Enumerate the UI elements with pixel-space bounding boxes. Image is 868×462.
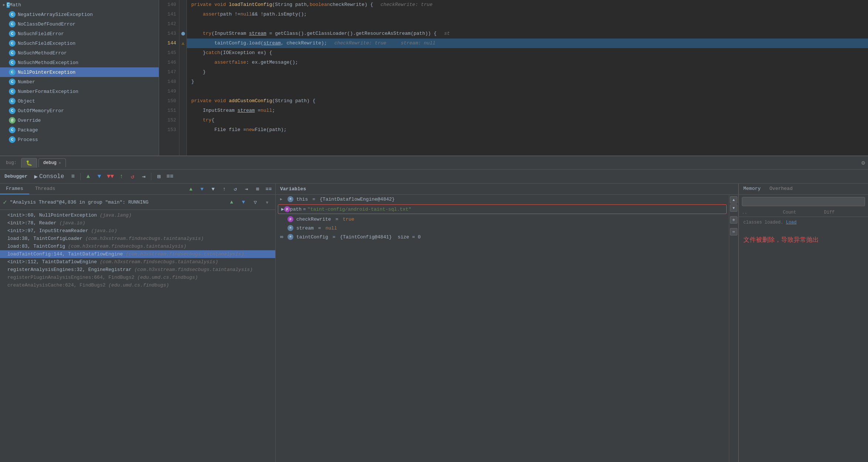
filter-btn[interactable]: ▽ [250,197,260,207]
sidebar-item-nosuchmethodex[interactable]: C NoSuchMethodException [0,58,159,67]
load-link[interactable]: Load [786,220,797,225]
code-line-147: } [187,67,868,77]
thread-dump-btn[interactable]: ≡ [68,171,78,182]
grid-btn[interactable]: ⊞ [252,184,263,194]
overhead-tab[interactable]: Overhead [765,184,797,194]
step-down-2-btn[interactable]: ▼ [208,184,218,194]
frame-item-3[interactable]: load:38, TaintConfigLoader (com.h3xstrea… [0,235,275,242]
step-up-btn[interactable]: ↑ [219,184,229,194]
console-btn[interactable]: ▶ Console [31,171,67,182]
sidebar-item-override[interactable]: @ Override [0,116,159,125]
sidebar-item-object[interactable]: C Object [0,96,159,106]
step-down-btn[interactable]: ▼ [197,184,207,194]
infinity-btn[interactable]: ∞ [730,228,737,235]
scroll-down-btn[interactable]: ▼ [730,204,737,212]
step-into-btn[interactable]: ↺ [127,171,138,182]
scroll-up-btn[interactable]: ▲ [730,196,737,204]
debug-tab-label: debug [43,160,57,165]
force-step-btn[interactable]: ⇥ [138,171,149,182]
sidebar-label: OutOfMemoryError [18,108,64,114]
gutter-slot-140 [179,0,186,10]
frame-item-1[interactable]: <init>:78, Reader (java.io) [0,219,275,227]
frame-item-9[interactable]: createAnalysisCache:624, FindBugs2 (edu.… [0,281,275,289]
frame-item-5[interactable]: loadTaintConfig:144, TaintDataflowEngine… [0,250,275,258]
toolbar-separator [80,173,81,180]
sidebar-item-nosuchmethod[interactable]: C NoSuchMethodError [0,48,159,58]
hint-140: checkRewrite: true [381,0,433,10]
frame-item-7[interactable]: registerAnalysisEngines:32, EngineRegist… [0,266,275,274]
main-container: ▶ C Math C NegativeArraySizeException C … [0,0,868,462]
hint-143: st [444,29,450,38]
line-num-145: 145 [162,48,176,58]
frame-item-8[interactable]: registerPluginAnalysisEngines:664, FindB… [0,274,275,281]
gutter-slot-148 [179,77,186,87]
right-panels: Memory Overhead .. Count Diff classes lo… [739,184,868,462]
sidebar-item-package[interactable]: C Package [0,125,159,135]
sidebar-item-number[interactable]: C Number [0,77,159,87]
class-icon: C [9,98,16,104]
col-dotdot: .. [742,210,783,215]
class-icon: C [9,50,16,56]
memory-note: classes loaded. Load [739,217,868,228]
thread-dump-2-btn[interactable]: ▿ [262,197,272,207]
sidebar-item-math[interactable]: ▶ C Math [0,0,159,10]
settings-icon[interactable]: ⚙ [861,159,865,167]
frames-content: <init>:60, NullPointerException (java.la… [0,210,275,462]
resume-frames-btn[interactable]: ▲ [186,184,196,194]
debug-tab-bar: bug: 🐛 debug ✕ ⚙ [0,156,868,170]
frame-item-0[interactable]: <init>:60, NullPointerException (java.la… [0,211,275,219]
console-icon: ▶ [34,173,38,180]
lines-btn[interactable]: ≡≡ [263,184,274,194]
sidebar-item-nullpointer[interactable]: C NullPointerException [0,67,159,77]
sidebar-label: NumberFormatException [18,89,78,94]
variables-panel: Variables ▶ ≡ this = {TaintDataflowEngin… [276,184,739,462]
frame-item-2[interactable]: <init>:97, InputStreamReader (java.io) [0,227,275,235]
sidebar-item-nosuchfield[interactable]: C NoSuchFieldError [0,29,159,38]
watch-btn[interactable]: ⊞ [154,171,164,182]
expand-this-btn[interactable]: ▶ [280,197,285,201]
memory-tab[interactable]: Memory [739,184,765,194]
resume-btn[interactable]: ▲ [83,171,93,182]
frame-item-4[interactable]: load:83, TaintConfig (com.h3xstream.find… [0,242,275,250]
stop-btn[interactable]: ▼▼ [105,171,115,182]
frame-item-6[interactable]: <init>:112, TaintDataflowEngine (com.h3x… [0,258,275,266]
layout-btn[interactable]: ≡≡ [165,171,175,182]
step-out-btn[interactable]: ↺ [230,184,240,194]
close-tab-icon[interactable]: ✕ [59,161,61,165]
col-diff: Diff [824,210,865,215]
running-check-icon: ✓ [3,198,7,206]
class-icon: C [9,136,16,143]
code-line-144: taintConfig.load(stream, checkRewrite); … [187,38,868,48]
expand-path-btn[interactable]: ▶ [281,206,284,212]
sidebar-item-numberformat[interactable]: C NumberFormatException [0,87,159,96]
thread-step-btn[interactable]: ▼ [238,197,249,207]
hint-144: checkRewrite: true stream: null [334,38,435,48]
threads-tab[interactable]: Threads [29,184,61,194]
code-line-146: assert false : ex.getMessage(); [187,58,868,67]
code-line-140: private void loadTaintConfig(String path… [187,0,868,10]
thread-resume-btn[interactable]: ▲ [226,197,237,207]
step-over-btn[interactable]: ↑ [116,171,127,182]
debug-tab-debug[interactable]: debug ✕ [38,158,66,167]
thread-controls: ▲ ▼ ▽ ▿ [226,197,272,207]
sidebar-label: NoSuchFieldException [18,41,75,46]
gutter: ⚠ [179,0,187,155]
expand-taint-btn[interactable]: ∞ [280,234,285,240]
sidebar-label: NoSuchMethodException [18,60,78,66]
sidebar-item-negative-array[interactable]: C NegativeArraySizeException [0,10,159,19]
sidebar-item-nosuchfieldex[interactable]: C NoSuchFieldException [0,38,159,48]
frames-tab[interactable]: Frames [0,184,29,194]
copy-btn[interactable]: ⊕ [730,216,737,224]
gutter-slot-152 [179,116,186,125]
sidebar-item-process[interactable]: C Process [0,135,159,144]
debug-tab-icon: 🐛 [21,158,37,168]
memory-search-input[interactable] [742,197,865,206]
pause-btn[interactable]: ▼ [94,171,104,182]
top-section: ▶ C Math C NegativeArraySizeException C … [0,0,868,155]
var-item-stream: ≡ stream = null [276,224,729,232]
sidebar-item-outofmemory[interactable]: C OutOfMemoryError [0,106,159,116]
code-line-152: try { [187,116,868,125]
force-step-2-btn[interactable]: ⇥ [241,184,252,194]
code-editor: 140 141 142 143 144 145 146 147 148 149 … [159,0,868,155]
sidebar-item-noclass[interactable]: C NoClassDefFoundError [0,19,159,29]
